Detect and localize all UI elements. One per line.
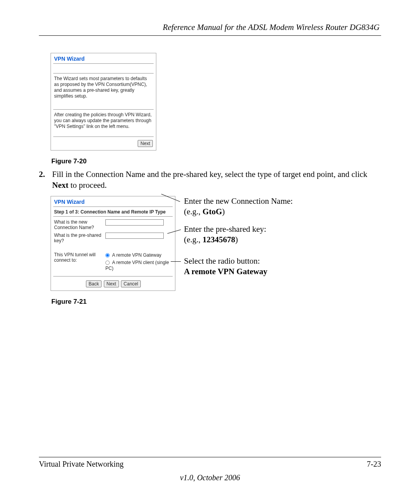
- remote-gateway-radio-label: A remote VPN Gateway: [112, 252, 161, 258]
- connection-name-label: What is the new Connection Name?: [53, 218, 105, 231]
- remote-gateway-radio[interactable]: [105, 253, 110, 257]
- cancel-button[interactable]: Cancel: [121, 280, 141, 287]
- step-number: 2.: [39, 169, 52, 191]
- divider: [53, 216, 173, 217]
- next-button[interactable]: Next: [138, 140, 153, 147]
- connection-name-field[interactable]: [105, 219, 164, 226]
- step-text: Fill in the Connection Name and the pre-…: [52, 169, 380, 191]
- wizard-intro-paragraph-2: After creating the policies through VPN …: [53, 111, 154, 130]
- vpn-wizard-step1-panel: VPN Wizard Step 1 of 3: Connection Name …: [51, 196, 175, 290]
- back-button[interactable]: Back: [86, 280, 102, 287]
- footer-rule: [39, 457, 381, 457]
- wizard-intro-paragraph-1: The Wizard sets most parameters to defau…: [53, 75, 154, 100]
- callout-leader-line: [171, 261, 181, 262]
- page-header-title: Reference Manual for the ADSL Modem Wire…: [39, 23, 381, 32]
- table-row: What is the pre-shared key?: [53, 231, 173, 245]
- figure-caption-7-20: Figure 7-20: [51, 158, 381, 165]
- divider: [53, 276, 173, 276]
- remote-client-radio[interactable]: [105, 261, 110, 265]
- divider: [53, 206, 173, 207]
- next-button[interactable]: Next: [104, 280, 119, 287]
- divider: [53, 73, 154, 74]
- figure-caption-7-21: Figure 7-21: [51, 298, 381, 306]
- divider: [53, 109, 154, 110]
- vpn-wizard-intro-panel: VPN Wizard The Wizard sets most paramete…: [51, 53, 156, 150]
- wizard-step-label: Step 1 of 3: Connection Name and Remote …: [53, 208, 173, 215]
- tunnel-connect-label: This VPN tunnel will connect to:: [53, 251, 105, 272]
- vpn-wizard-title: VPN Wizard: [53, 199, 173, 206]
- footer-section-title: Virtual Private Networking: [39, 460, 124, 469]
- footer-version: v1.0, October 2006: [39, 473, 381, 482]
- divider: [53, 63, 154, 64]
- preshared-key-label: What is the pre-shared key?: [53, 231, 105, 245]
- table-row: What is the new Connection Name?: [53, 218, 173, 231]
- callout-preshared-key: Enter the pre-shared key: (e.g., 1234567…: [184, 224, 316, 245]
- page-number: 7-23: [367, 460, 381, 469]
- header-rule: [39, 35, 381, 36]
- callout-connection-name: Enter the new Connection Name: (e.g., Gt…: [184, 196, 316, 217]
- callout-radio-select: Select the radio button: A remote VPN Ga…: [184, 256, 316, 277]
- remote-client-radio-label: A remote VPN client (single PC): [105, 260, 169, 271]
- table-row: This VPN tunnel will connect to: A remot…: [53, 251, 173, 272]
- vpn-wizard-title: VPN Wizard: [53, 56, 154, 63]
- divider: [53, 136, 154, 137]
- callout-column: Enter the new Connection Name: (e.g., Gt…: [184, 196, 316, 276]
- preshared-key-field[interactable]: [105, 233, 164, 239]
